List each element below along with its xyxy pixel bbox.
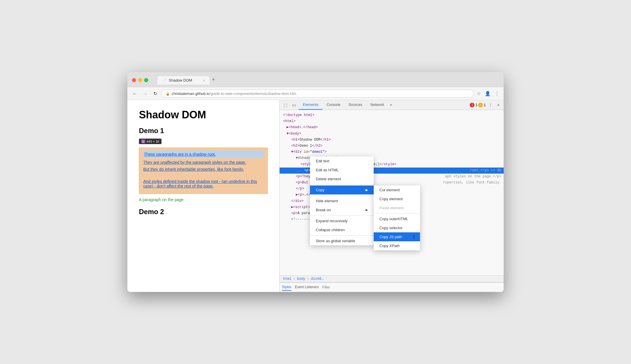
back-button[interactable]: ← <box>131 90 139 98</box>
error-count: 1 <box>475 103 477 107</box>
demo1-heading: Demo 1 <box>139 127 268 135</box>
breadcrumb-body[interactable]: body <box>297 277 305 281</box>
tree-doctype: <!doctype html> <box>280 112 504 118</box>
tab-close-button[interactable]: × <box>203 79 205 82</box>
lock-icon: 🔒 <box>166 92 170 96</box>
bookmark-button[interactable]: ☆ <box>476 90 482 97</box>
tree-div-demo1: ▼<div id="demo1"> <box>280 149 504 155</box>
bc-sep-2: › <box>307 277 309 281</box>
nav-actions: ☆ 👤 ⋮ <box>476 90 500 97</box>
devtools-tabs: Elements Console Sources Network » <box>299 100 469 110</box>
traffic-lights <box>132 78 148 82</box>
tab-bar: 📄 Shadow DOM × + <box>157 76 217 84</box>
tree-comment: <!---------- <box>280 216 504 223</box>
filter-input[interactable] <box>322 285 366 289</box>
address-bar[interactable]: 🔒 chrisbateman.github.io/guide-to-web-co… <box>161 90 474 98</box>
tree-h1: <h1>Shadow DOM</h1> <box>280 137 504 143</box>
tree-p-page: <p>A parag… <box>280 210 504 216</box>
inspect-element-button[interactable]: ⬚ <box>282 100 289 110</box>
tab-title: Shadow DOM <box>169 78 192 82</box>
breadcrumb-div[interactable]: div#d… <box>311 277 323 281</box>
tree-html: <html> <box>280 118 504 124</box>
url-text: chrisbateman.github.io/guide-to-web-comp… <box>172 91 469 96</box>
main-content: Shadow DOM Demo 1 p 443 × 18 These parag… <box>127 100 504 292</box>
tree-shadow-root: ▼#shadow-root (open) <box>280 155 504 161</box>
tree-p-close: </p> <box>280 186 504 192</box>
error-group: 1 1 ⚠ 1 <box>470 103 485 107</box>
browser-window: 📄 Shadow DOM × + ← → ↻ 🔒 chrisbateman.gi… <box>127 72 504 292</box>
url-host: chrisbateman.github.io <box>172 91 210 96</box>
error-badge: 1 <box>470 103 474 107</box>
shadow-para-2: They are unaffected by the paragraph sty… <box>143 160 263 165</box>
page-content: Shadow DOM Demo 1 p 443 × 18 These parag… <box>127 100 279 292</box>
tooltip-size: 443 × 18 <box>147 140 159 143</box>
new-tab-button[interactable]: + <box>210 76 217 84</box>
url-path: /guide-to-web-components/demos/shadow-do… <box>210 91 296 96</box>
devtools-toolbar: ⬚ ▭ Elements Console Sources Network » 1… <box>280 100 504 110</box>
bc-sep-1: › <box>293 277 295 281</box>
breadcrumb-html[interactable]: html <box>283 277 291 281</box>
demo2-heading: Demo 2 <box>139 208 268 216</box>
bottom-panel: Styles Event Listeners <box>280 282 504 292</box>
tree-body: ▼<body> <box>280 131 504 137</box>
forward-button[interactable]: → <box>141 90 149 98</box>
close-button[interactable] <box>132 78 136 82</box>
shadow-box: These paragraphs are in a shadow root. T… <box>139 148 268 194</box>
tree-div-close: </div> <box>280 198 504 204</box>
devtools-panel: ⬚ ▭ Elements Console Sources Network » 1… <box>279 100 504 292</box>
tab-elements[interactable]: Elements <box>299 100 322 110</box>
maximize-button[interactable] <box>144 78 148 82</box>
tab-icon: 📄 <box>162 78 166 82</box>
tree-h2: <h2>Demo 1</h2> <box>280 143 504 149</box>
shadow-para-1: These paragraphs are in a shadow root. <box>143 151 263 158</box>
tab-sources[interactable]: Sources <box>344 100 366 110</box>
tab-network[interactable]: Network <box>366 100 388 110</box>
more-button[interactable]: ⋮ <box>494 90 500 97</box>
tab-event-listeners[interactable]: Event Listeners <box>295 284 319 291</box>
tree-style: <style>p {text-decoration: underline;}</… <box>280 161 504 168</box>
reload-button[interactable]: ↻ <box>152 90 159 98</box>
tree-p-but: <p>But i… roperties, like font-family. <box>280 180 504 186</box>
warning-badge: ⚠ <box>478 103 483 107</box>
warning-count: 1 <box>484 103 486 107</box>
shadow-para-4: And styles defined inside the shadow roo… <box>143 179 263 188</box>
more-tabs-button[interactable]: » <box>388 100 394 110</box>
page-title: Shadow DOM <box>139 109 268 121</box>
tab-styles[interactable]: Styles <box>282 284 291 291</box>
device-toggle-button[interactable]: ▭ <box>290 100 298 110</box>
nav-bar: ← → ↻ 🔒 chrisbateman.github.io/guide-to-… <box>127 87 504 100</box>
devtools-right: 1 1 ⚠ 1 ⋮ × <box>470 100 501 110</box>
title-bar: 📄 Shadow DOM × + <box>127 72 504 87</box>
tree-script: ▶<script>…</ <box>280 204 504 210</box>
green-paragraph: A paragraph on the page. <box>139 197 268 202</box>
devtools-close-button[interactable]: × <box>496 100 501 110</box>
minimize-button[interactable] <box>138 78 142 82</box>
tab-console[interactable]: Console <box>322 100 344 110</box>
browser-tab[interactable]: 📄 Shadow DOM × <box>157 76 210 84</box>
tree-p-selected[interactable]: ... <p>Thes root.</p> == $0 <box>280 168 504 174</box>
shadow-para-3: But they do inherit inheritable properti… <box>143 167 263 172</box>
avatar-button[interactable]: 👤 <box>484 90 491 97</box>
devtools-more-button[interactable]: ⋮ <box>487 100 494 110</box>
tree-p-they: <p>They … aph styles on the page.</p> <box>280 174 504 180</box>
tooltip-badge: p <box>141 139 145 143</box>
tree-head: ▶<head>…</head> <box>280 124 504 130</box>
elements-tree: <!doctype html> <html> ▶<head>…</head> ▼… <box>280 110 504 275</box>
breadcrumb-bar: html › body › div#d… <box>280 275 504 282</box>
element-tooltip: p 443 × 18 <box>139 139 162 144</box>
tree-p-more: ▶<p>…</p> <box>280 192 504 198</box>
